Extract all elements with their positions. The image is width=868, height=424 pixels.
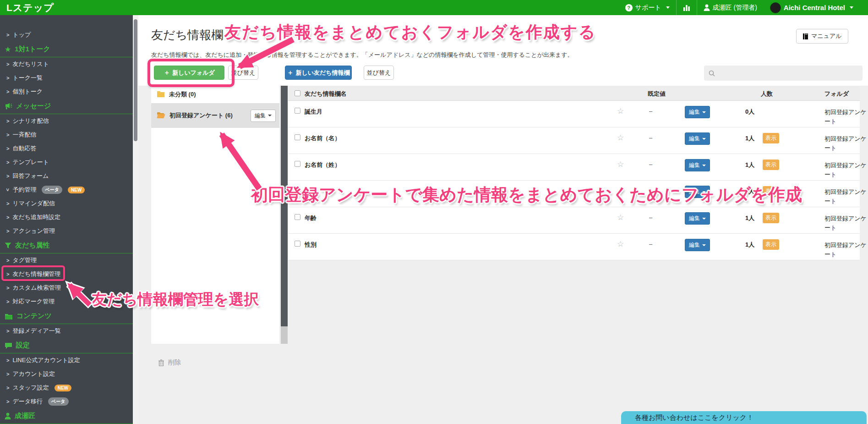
contact-label: 各種お問い合わせはここをクリック！ — [635, 413, 753, 422]
sidebar-nav: > トップ ★ 1対1トーク > 友だちリスト > トーク一覧 > 個別トーク … — [0, 15, 133, 424]
plus-icon: ＋ — [287, 69, 293, 77]
contact-bar[interactable]: 各種お問い合わせはここをクリック！ — [621, 411, 867, 424]
sidebar-item-カスタム検索管理[interactable]: > カスタム検索管理 — [0, 281, 133, 295]
default-value: – — [649, 214, 652, 221]
folder-scrollbar[interactable] — [281, 86, 288, 344]
sidebar-item-自動応答[interactable]: > 自動応答 — [0, 142, 133, 155]
show-badge[interactable]: 表示 — [763, 239, 779, 250]
star-icon[interactable]: ☆ — [617, 213, 624, 222]
sidebar-scrollbar[interactable] — [133, 15, 138, 424]
fields-table: 友だち情報欄名 既定値 人数 フォルダ 誕生月 ☆ – 編集 0人 初回登録アン… — [288, 86, 860, 260]
select-all-checkbox[interactable] — [295, 90, 300, 96]
sidebar-section-27: 成瀬匠 — [0, 408, 133, 424]
chevron-right-icon: > — [6, 399, 9, 404]
sidebar-item-リマインダ配信[interactable]: > リマインダ配信 — [0, 197, 133, 210]
edit-button[interactable]: 編集 — [685, 106, 710, 118]
edit-button[interactable]: 編集 — [685, 159, 710, 171]
sidebar-item-スタッフ設定[interactable]: > スタッフ設定 NEW — [0, 381, 133, 395]
delete-folder-button[interactable]: 削除 — [158, 358, 181, 367]
search-input[interactable] — [719, 70, 858, 77]
sidebar-item-友だち追加時設定[interactable]: > 友だち追加時設定 — [0, 210, 133, 224]
row-checkbox[interactable] — [295, 108, 300, 114]
show-badge[interactable]: 表示 — [763, 213, 779, 223]
edit-button[interactable]: 編集 — [685, 186, 710, 198]
row-checkbox[interactable] — [295, 214, 300, 220]
row-checkbox[interactable] — [295, 241, 300, 247]
topbar-right: ? サポート 成瀬匠 (管理者) Aichi Central Hotel — [619, 0, 860, 15]
page-title: 友だち情報欄 — [151, 27, 223, 43]
edit-button[interactable]: 編集 — [685, 132, 710, 145]
star-icon[interactable]: ☆ — [617, 186, 624, 196]
support-menu[interactable]: ? サポート — [619, 0, 676, 15]
star-icon[interactable]: ☆ — [617, 133, 624, 143]
star-icon[interactable]: ☆ — [617, 106, 624, 116]
chevron-right-icon: > — [6, 201, 9, 206]
chevron-right-icon: > — [6, 160, 9, 165]
edit-button[interactable]: 編集 — [685, 212, 710, 225]
delete-label: 削除 — [168, 358, 181, 367]
sidebar-item-トップ[interactable]: > トップ — [0, 28, 133, 42]
folder-row[interactable]: 未分類 (0) — [151, 86, 279, 103]
field-name: 年齢 — [305, 214, 317, 222]
friend-count: 1人 — [745, 214, 754, 222]
chevron-down-icon — [702, 244, 706, 246]
sidebar-item-予約管理[interactable]: > 予約管理 ベータNEW — [0, 183, 133, 197]
sidebar-item-対応マーク管理[interactable]: > 対応マーク管理 — [0, 295, 133, 308]
sort-folders-button[interactable]: 並び替え — [228, 66, 258, 80]
manual-button[interactable]: マニュアル — [796, 29, 848, 44]
account-menu[interactable]: Aichi Central Hotel — [764, 0, 860, 15]
megaphone-icon — [5, 103, 12, 110]
folder-cell: 初回登録アンケート — [824, 134, 868, 153]
sidebar-item-友だちリスト[interactable]: > 友だちリスト — [0, 57, 133, 71]
edit-button[interactable]: 編集 — [685, 239, 710, 251]
row-checkbox[interactable] — [295, 134, 300, 140]
sidebar-item-シナリオ配信[interactable]: > シナリオ配信 — [0, 114, 133, 128]
sidebar-scrollbar-thumb[interactable] — [134, 19, 137, 141]
sidebar-item-トーク一覧[interactable]: > トーク一覧 — [0, 71, 133, 85]
show-badge[interactable]: 表示 — [763, 186, 779, 197]
person-icon — [5, 413, 11, 419]
chevron-right-icon: > — [6, 146, 9, 151]
folder-row[interactable]: 初回登録アンケート (6) 編集 — [151, 103, 279, 128]
star-icon[interactable]: ☆ — [617, 160, 624, 169]
chevron-down-icon — [702, 165, 706, 166]
sidebar-item-一斉配信[interactable]: > 一斉配信 — [0, 128, 133, 142]
sidebar-item-データ移行[interactable]: > データ移行 ベータ — [0, 395, 133, 408]
show-badge[interactable]: 表示 — [763, 133, 779, 143]
folder-scrollbar-thumb[interactable] — [281, 86, 288, 326]
folder-edit-button[interactable]: 編集 — [251, 110, 276, 122]
chat-icon — [5, 342, 12, 349]
table-header: 友だち情報欄名 既定値 人数 フォルダ — [288, 86, 860, 101]
sidebar-item-個別トーク[interactable]: > 個別トーク — [0, 85, 133, 99]
sort-fields-button[interactable]: 並び替え — [364, 66, 394, 80]
folder-icon — [5, 313, 13, 319]
chevron-right-icon: > — [6, 299, 9, 304]
sidebar-item-登録メディア一覧[interactable]: > 登録メディア一覧 — [0, 324, 133, 338]
sidebar-item-アクション管理[interactable]: > アクション管理 — [0, 224, 133, 238]
star-icon[interactable]: ☆ — [617, 239, 624, 249]
sidebar-item-タグ管理[interactable]: > タグ管理 — [0, 253, 133, 267]
show-badge[interactable]: 表示 — [763, 160, 779, 170]
new-field-button[interactable]: ＋ 新しい友だち情報欄 — [285, 66, 352, 80]
page-header-panel: 友だち情報欄 友だち情報欄では、友だちに追加・登録する情報を管理することができま… — [138, 15, 868, 86]
table-row: 年齢 ☆ – 編集 1人 表示 初回登録アンケート — [288, 207, 860, 234]
sidebar-item-回答フォーム[interactable]: > 回答フォーム — [0, 169, 133, 183]
row-checkbox[interactable] — [295, 161, 300, 167]
sidebar-item-テンプレート[interactable]: > テンプレート — [0, 155, 133, 169]
sidebar-item-LINE公式アカウント設定[interactable]: > LINE公式アカウント設定 — [0, 353, 133, 367]
chevron-right-icon: > — [6, 32, 9, 38]
default-value: – — [649, 241, 652, 248]
chevron-down-icon: > — [5, 188, 11, 191]
folder-cell: 初回登録アンケート — [824, 108, 868, 126]
app-logo[interactable]: Lステップ — [6, 1, 54, 14]
row-checkbox[interactable] — [295, 187, 300, 193]
trash-icon — [158, 359, 164, 366]
sidebar-item-アカウント設定[interactable]: > アカウント設定 — [0, 367, 133, 381]
new-folder-button[interactable]: ＋ 新しいフォルダ — [154, 66, 224, 80]
sidebar-item-友だち情報欄管理[interactable]: > 友だち情報欄管理 — [0, 267, 133, 281]
analytics-button[interactable] — [677, 0, 697, 15]
column-header-count: 人数 — [761, 90, 773, 98]
chevron-down-icon — [268, 115, 272, 116]
chevron-right-icon: > — [6, 132, 9, 138]
user-menu[interactable]: 成瀬匠 (管理者) — [697, 0, 764, 15]
